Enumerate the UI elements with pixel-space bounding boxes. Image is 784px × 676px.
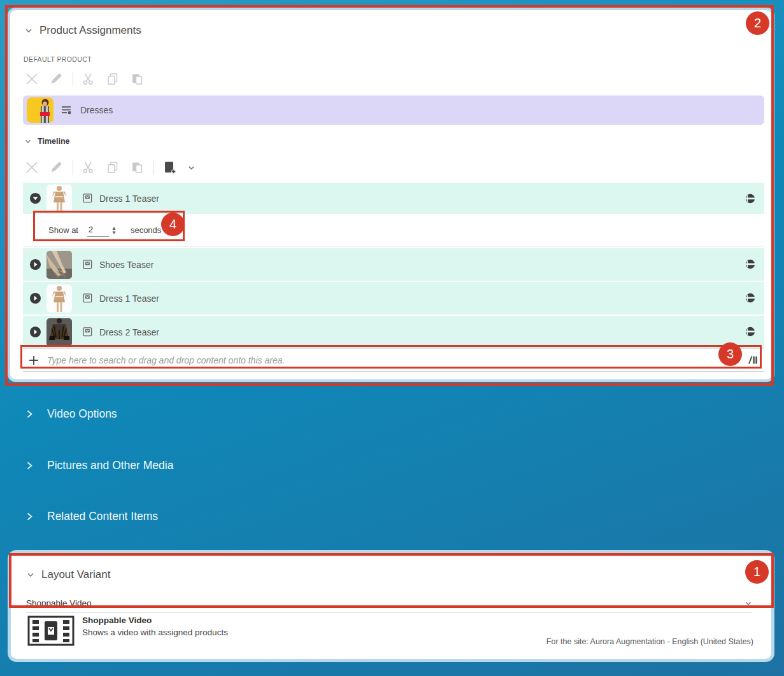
chevron-down-icon[interactable] <box>183 160 199 175</box>
category-icon <box>61 105 73 115</box>
levels-icon[interactable] <box>745 259 755 272</box>
step-down-icon[interactable]: ▼ <box>111 230 117 235</box>
timeline-search-row <box>23 348 764 372</box>
timeline-item-title: Dress 1 Teaser <box>99 293 159 304</box>
show-at-label: Show at <box>48 225 78 235</box>
default-product-name: Dresses <box>80 105 113 115</box>
toolbar-separator <box>73 160 73 175</box>
site-note: For the site: Aurora Augmentation - Engl… <box>546 637 753 646</box>
levels-icon[interactable] <box>745 293 755 306</box>
timeline-item-title: Dress 1 Teaser <box>99 194 159 204</box>
option-title: Shoppable Video <box>82 616 228 625</box>
copy-icon[interactable] <box>105 71 120 87</box>
timeline-item-title: Shoes Teaser <box>99 260 153 270</box>
section-label: Related Content Items <box>47 510 158 523</box>
paste-icon[interactable] <box>129 71 145 87</box>
add-icon[interactable] <box>28 355 39 366</box>
remove-icon[interactable] <box>24 160 39 175</box>
timeline-header[interactable]: Timeline <box>24 137 69 146</box>
section-title: Layout Variant <box>41 568 110 581</box>
paste-icon[interactable] <box>129 160 145 175</box>
edit-icon[interactable] <box>48 160 64 175</box>
layout-variant-selected-value: Shoppable Video <box>26 598 92 608</box>
open-library-icon[interactable] <box>747 355 758 365</box>
expand-icon[interactable] <box>29 292 41 304</box>
chevron-down-icon <box>24 26 33 35</box>
timeline-item-dress1-2[interactable]: Dress 1 Teaser <box>23 282 764 314</box>
chevron-right-icon <box>25 512 34 521</box>
chevron-down-icon <box>745 600 752 607</box>
copy-icon[interactable] <box>105 160 120 175</box>
chevron-down-icon <box>24 137 32 145</box>
default-product-toolbar <box>24 71 153 87</box>
timeline-item-dress2[interactable]: Dress 2 Teaser <box>23 316 764 348</box>
default-product-item[interactable]: Dresses <box>23 95 764 125</box>
chevron-right-icon <box>25 461 34 470</box>
add-content-icon[interactable] <box>162 160 177 175</box>
dress2-thumbnail <box>46 318 72 346</box>
cut-icon[interactable] <box>81 71 96 87</box>
collapse-expander-icon[interactable] <box>29 192 41 204</box>
timeline-item-title: Dress 2 Teaser <box>99 327 159 337</box>
timeline-list: Dress 1 Teaser Show at ▲ ▼ seconds <box>23 183 764 372</box>
levels-icon[interactable] <box>745 194 755 206</box>
section-video-options[interactable]: Video Options <box>25 407 117 421</box>
timeline-title: Timeline <box>38 137 69 146</box>
teaser-type-icon <box>82 193 93 204</box>
layout-variant-header[interactable]: Layout Variant <box>26 568 110 581</box>
section-pictures-media[interactable]: Pictures and Other Media <box>25 459 173 472</box>
cut-icon[interactable] <box>81 160 96 175</box>
toolbar-separator <box>73 71 73 87</box>
timeline-item-shoes[interactable]: Shoes Teaser <box>23 248 764 281</box>
dress1-thumbnail <box>46 285 72 313</box>
chevron-right-icon <box>25 409 34 419</box>
section-related-content[interactable]: Related Content Items <box>25 510 158 523</box>
teaser-type-icon <box>82 259 93 270</box>
dresses-thumbnail <box>27 97 53 123</box>
teaser-type-icon <box>82 293 93 304</box>
timeline-toolbar <box>24 160 208 175</box>
layout-variant-panel: Layout Variant Shoppable Video Shoppable… <box>8 550 774 662</box>
section-label: Pictures and Other Media <box>47 459 173 472</box>
remove-icon[interactable] <box>24 71 39 87</box>
levels-icon[interactable] <box>745 327 755 339</box>
shoppable-video-icon <box>27 616 75 646</box>
expand-icon[interactable] <box>29 326 41 338</box>
product-assignments-panel: Product Assignments DEFAULT PRODUCT Dres… <box>8 8 774 382</box>
expand-icon[interactable] <box>29 258 41 271</box>
show-at-stepper[interactable]: ▲ ▼ <box>111 226 117 235</box>
timeline-item-dress1-details: Show at ▲ ▼ seconds <box>23 214 764 247</box>
toolbar-separator <box>153 160 154 175</box>
timeline-search-input[interactable] <box>47 355 747 365</box>
shoes-thumbnail <box>46 251 72 279</box>
show-at-input[interactable] <box>87 223 109 237</box>
layout-variant-select[interactable]: Shoppable Video <box>26 594 752 613</box>
dress1-thumbnail <box>46 185 72 213</box>
product-assignments-header[interactable]: Product Assignments <box>24 24 141 37</box>
teaser-type-icon <box>82 327 93 337</box>
option-description: Shows a video with assigned products <box>82 628 228 637</box>
edit-icon[interactable] <box>48 71 64 87</box>
section-title: Product Assignments <box>39 24 141 37</box>
layout-variant-option: Shoppable Video Shows a video with assig… <box>27 616 228 646</box>
seconds-label: seconds <box>131 225 161 235</box>
default-product-label: DEFAULT PRODUCT <box>24 55 92 63</box>
timeline-item-dress1[interactable]: Dress 1 Teaser <box>23 183 764 214</box>
section-label: Video Options <box>47 407 117 421</box>
chevron-down-icon <box>26 570 35 579</box>
